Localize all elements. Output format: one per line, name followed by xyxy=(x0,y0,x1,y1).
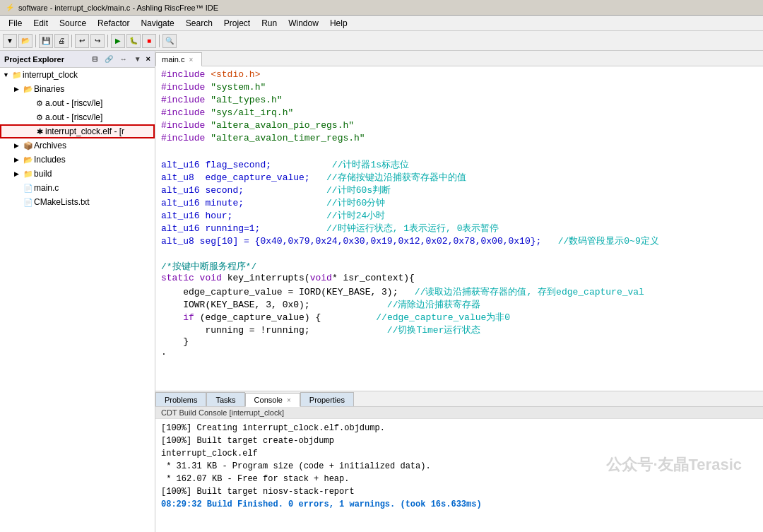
code-line-11: alt_u16 hour; //计时24小时 xyxy=(155,209,763,222)
tree-label-cmakelists: CMakeLists.txt xyxy=(34,197,90,207)
window-title: software - interrupt_clock/main.c - Ashl… xyxy=(18,4,218,12)
menu-bar: FileEditSourceRefactorNavigateSearchProj… xyxy=(0,16,763,31)
menu-item-file[interactable]: File xyxy=(3,17,28,30)
code-line-3: #include "sys/alt_irq.h" xyxy=(155,107,763,120)
tree-node-mainc[interactable]: 📄main.c xyxy=(0,181,155,195)
tree-label-binaries: Binaries xyxy=(34,84,64,94)
code-line-9: alt_u16 second; //计时60s判断 xyxy=(155,184,763,196)
code-text-16: static void key_interrupts(void* isr_con… xyxy=(161,273,415,283)
menu-item-search[interactable]: Search xyxy=(180,17,218,30)
toolbar-btn-debug[interactable]: 🐛 xyxy=(126,34,141,48)
tree-node-aout1[interactable]: ⚙a.out - [riscv/le] xyxy=(0,96,155,110)
tree-icon-mainc: 📄 xyxy=(23,184,34,193)
tab-main-c-label: main.c xyxy=(162,55,184,64)
code-text-15: /*按键中断服务程序*/ xyxy=(161,260,256,273)
bottom-tab-properties[interactable]: Properties xyxy=(300,392,354,406)
menu-item-help[interactable]: Help xyxy=(324,17,353,30)
console-content[interactable]: [100%] Creating interrupt_clock.elf.objd… xyxy=(155,419,763,532)
menu-item-refactor[interactable]: Refactor xyxy=(92,17,135,30)
code-text-21: } xyxy=(161,336,189,347)
menu-item-window[interactable]: Window xyxy=(283,17,324,30)
tree-node-build[interactable]: ▶📁build xyxy=(0,167,155,181)
tree-arrow: ▶ xyxy=(14,156,23,163)
toolbar: ▼ 📂 💾 🖨 ↩ ↪ ▶ 🐛 ■ 🔍 xyxy=(0,31,763,51)
code-line-15: /*按键中断服务程序*/ xyxy=(155,260,763,273)
toolbar-sep-4 xyxy=(159,35,160,47)
code-text-12: alt_u16 running=1; //时钟运行状态, 1表示运行, 0表示暂… xyxy=(161,222,499,235)
code-text-17: edge_capture_value = IORD(KEY_BASE, 3); … xyxy=(161,285,644,298)
editor-area[interactable]: #include <stdio.h>#include "system.h"#in… xyxy=(155,66,763,391)
code-line-6 xyxy=(155,146,763,158)
sidebar-view-menu[interactable]: ▼ xyxy=(132,54,143,64)
bottom-tab-tasks[interactable]: Tasks xyxy=(206,392,244,406)
code-text-18: IOWR(KEY_BASE, 3, 0x0); //清除边沿捕获寄存器 xyxy=(161,298,480,311)
menu-item-run[interactable]: Run xyxy=(256,17,283,30)
console-line-5: [100%] Built target niosv-stack-report xyxy=(161,485,757,498)
tree-node-cmakelists[interactable]: 📄CMakeLists.txt xyxy=(0,195,155,209)
sidebar-link-editor[interactable]: 🔗 xyxy=(102,54,115,64)
tree-label-aout1: a.out - [riscv/le] xyxy=(45,98,102,108)
code-line-14 xyxy=(155,247,763,260)
console-line-0: [100%] Creating interrupt_clock.elf.objd… xyxy=(161,422,757,435)
code-line-10: alt_u16 minute; //计时60分钟 xyxy=(155,196,763,209)
console-line-2: interrupt_clock.elf xyxy=(161,447,757,460)
code-text-7: alt_u16 flag_second; //计时器1s标志位 xyxy=(161,158,409,171)
tab-main-c-close[interactable]: × xyxy=(189,56,193,64)
toolbar-btn-save[interactable]: 💾 xyxy=(39,34,53,48)
code-text-20: running = !running; //切换Timer运行状态 xyxy=(161,324,480,336)
toolbar-btn-redo[interactable]: ↪ xyxy=(90,34,105,48)
code-text-2: #include "alt_types.h" xyxy=(161,95,283,105)
menu-item-edit[interactable]: Edit xyxy=(28,17,54,30)
toolbar-btn-stop[interactable]: ■ xyxy=(142,34,156,48)
tree-label-aout2: a.out - [riscv/le] xyxy=(45,112,102,122)
console-line-7: 08:29:32 Build Finished. 0 errors, 1 war… xyxy=(161,498,757,511)
menu-item-project[interactable]: Project xyxy=(218,17,256,30)
menu-item-navigate[interactable]: Navigate xyxy=(135,17,179,30)
tree-node-interrupt_elf[interactable]: ✱interrupt_clock.elf - [r xyxy=(0,124,155,138)
sidebar-sync[interactable]: ↔ xyxy=(118,54,129,64)
bottom-tab-problems[interactable]: Problems xyxy=(155,392,206,406)
tree-area: ▼📁interrupt_clock▶📂Binaries ⚙a.out - [ri… xyxy=(0,68,155,532)
sidebar-close[interactable]: × xyxy=(146,54,150,64)
tab-main-c[interactable]: main.c × xyxy=(155,52,202,66)
toolbar-sep-3 xyxy=(107,35,108,47)
toolbar-btn-new[interactable]: ▼ xyxy=(3,34,17,48)
toolbar-btn-search[interactable]: 🔍 xyxy=(162,34,177,48)
tree-node-archives[interactable]: ▶📦Archives xyxy=(0,138,155,153)
tree-label-interrupt_elf: interrupt_clock.elf - [r xyxy=(45,126,124,136)
tree-node-aout2[interactable]: ⚙a.out - [riscv/le] xyxy=(0,110,155,124)
tree-icon-archives: 📦 xyxy=(23,141,34,150)
toolbar-btn-print[interactable]: 🖨 xyxy=(54,34,69,48)
tree-icon-interrupt_elf: ✱ xyxy=(34,127,45,136)
menu-item-source[interactable]: Source xyxy=(54,17,92,30)
code-line-8: alt_u8 edge_capture_value; //存储按键边沿捕获寄存器… xyxy=(155,171,763,184)
toolbar-btn-run[interactable]: ▶ xyxy=(111,34,125,48)
editor-tabs: main.c × xyxy=(155,51,763,66)
tree-arrow: ▶ xyxy=(14,170,23,177)
code-text-8: alt_u8 edge_capture_value; //存储按键边沿捕获寄存器… xyxy=(161,171,466,184)
code-line-12: alt_u16 running=1; //时钟运行状态, 1表示运行, 0表示暂… xyxy=(155,222,763,235)
code-text-13: alt_u8 seg[10] = {0x40,0x79,0x24,0x30,0x… xyxy=(161,235,659,247)
code-line-2: #include "alt_types.h" xyxy=(155,95,763,107)
bottom-tab-close[interactable]: × xyxy=(287,396,291,404)
code-line-5: #include "altera_avalon_timer_regs.h" xyxy=(155,133,763,146)
tree-node-includes[interactable]: ▶📂Includes xyxy=(0,153,155,167)
code-line-0: #include <stdio.h> xyxy=(155,69,763,82)
console-line-3: * 31.31 KB - Program size (code + initia… xyxy=(161,460,757,473)
tree-node-interrupt_clock[interactable]: ▼📁interrupt_clock xyxy=(0,68,155,82)
code-area: #include <stdio.h>#include "system.h"#in… xyxy=(155,66,763,365)
sidebar-collapse-all[interactable]: ⊟ xyxy=(90,54,100,64)
toolbar-btn-open[interactable]: 📂 xyxy=(18,34,32,48)
tree-node-binaries[interactable]: ▶📂Binaries xyxy=(0,82,155,96)
console-header: CDT Build Console [interrupt_clock] xyxy=(155,407,763,419)
sidebar-title: Project Explorer xyxy=(4,55,64,64)
tree-icon-interrupt_clock: 📁 xyxy=(11,71,23,80)
sidebar-header: Project Explorer ⊟ 🔗 ↔ ▼ × xyxy=(0,51,155,68)
toolbar-btn-undo[interactable]: ↩ xyxy=(75,34,89,48)
main-layout: Project Explorer ⊟ 🔗 ↔ ▼ × ▼📁interrupt_c… xyxy=(0,51,763,532)
bottom-panel: ProblemsTasksConsole×Properties CDT Buil… xyxy=(155,391,763,532)
bottom-tab-console[interactable]: Console× xyxy=(245,393,300,407)
code-line-13: alt_u8 seg[10] = {0x40,0x79,0x24,0x30,0x… xyxy=(155,235,763,247)
code-line-16: static void key_interrupts(void* isr_con… xyxy=(155,273,763,285)
code-line-4: #include "altera_avalon_pio_regs.h" xyxy=(155,120,763,133)
